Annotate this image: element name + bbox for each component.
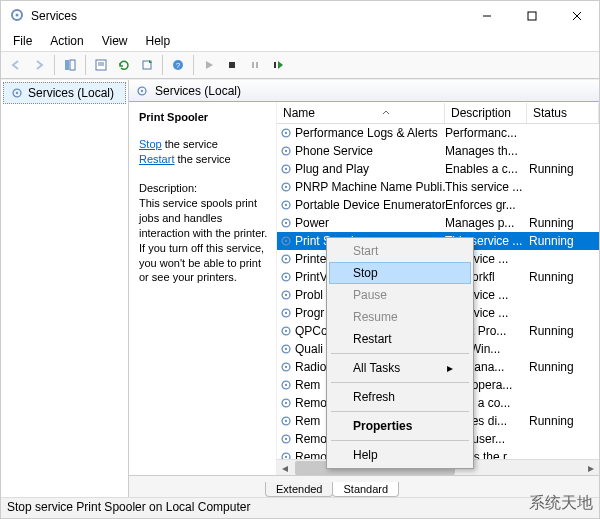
menu-view[interactable]: View [94, 32, 136, 50]
ctx-properties[interactable]: Properties [329, 415, 471, 437]
service-name: Remo [295, 396, 327, 410]
service-name: Plug and Play [295, 162, 369, 176]
restart-service-button[interactable] [267, 54, 289, 76]
toolbar-separator [193, 55, 194, 75]
menu-help[interactable]: Help [138, 32, 179, 50]
toolbar-separator [162, 55, 163, 75]
service-row[interactable]: Portable Device Enumerator...Enforces gr… [277, 196, 599, 214]
svg-point-23 [285, 132, 287, 134]
service-name: QPCo [295, 324, 328, 338]
svg-rect-7 [70, 60, 75, 70]
svg-point-25 [285, 150, 287, 152]
detail-stop-line: Stop the service [139, 137, 268, 152]
ctx-help[interactable]: Help [329, 444, 471, 466]
service-row[interactable]: PowerManages p...Running [277, 214, 599, 232]
forward-button [28, 54, 50, 76]
svg-rect-14 [229, 62, 235, 68]
svg-point-45 [285, 330, 287, 332]
svg-point-35 [285, 240, 287, 242]
ctx-refresh[interactable]: Refresh [329, 386, 471, 408]
svg-rect-15 [252, 62, 254, 68]
svg-rect-16 [256, 62, 258, 68]
ctx-start: Start [329, 240, 471, 262]
service-status: Running [527, 216, 599, 230]
stop-link[interactable]: Stop [139, 138, 162, 150]
service-name: Rem [295, 414, 320, 428]
view-tabs: Extended Standard [129, 475, 599, 497]
svg-point-59 [285, 456, 287, 458]
service-status: Running [527, 162, 599, 176]
tab-standard[interactable]: Standard [332, 482, 399, 497]
menu-file[interactable]: File [5, 32, 40, 50]
service-desc: Manages p... [445, 216, 527, 230]
service-status: Running [527, 270, 599, 284]
column-headers: Name Description Status [277, 102, 599, 124]
ctx-pause: Pause [329, 284, 471, 306]
ctx-separator [331, 353, 469, 354]
service-row[interactable]: Performance Logs & AlertsPerformanc... [277, 124, 599, 142]
detail-desc-text: This service spools print jobs and handl… [139, 196, 268, 285]
right-pane-title: Services (Local) [155, 84, 241, 98]
ctx-separator [331, 440, 469, 441]
window-title: Services [31, 9, 464, 23]
detail-service-name: Print Spooler [139, 110, 268, 125]
ctx-all-tasks[interactable]: All Tasks▸ [329, 357, 471, 379]
ctx-separator [331, 382, 469, 383]
scroll-right-icon[interactable]: ▸ [583, 461, 599, 475]
ctx-stop[interactable]: Stop [329, 262, 471, 284]
col-name[interactable]: Name [277, 103, 445, 123]
toolbar-separator [54, 55, 55, 75]
menu-action[interactable]: Action [42, 32, 91, 50]
col-status[interactable]: Status [527, 103, 599, 123]
restart-link[interactable]: Restart [139, 153, 174, 165]
ctx-restart[interactable]: Restart [329, 328, 471, 350]
col-description[interactable]: Description [445, 103, 527, 123]
service-status: Running [527, 234, 599, 248]
ctx-resume: Resume [329, 306, 471, 328]
svg-rect-3 [528, 12, 536, 20]
maximize-button[interactable] [509, 1, 554, 31]
properties-button[interactable] [90, 54, 112, 76]
services-window: Services File Action View Help ? Ser [0, 0, 600, 519]
close-button[interactable] [554, 1, 599, 31]
pause-service-button [244, 54, 266, 76]
service-row[interactable]: Phone ServiceManages th... [277, 142, 599, 160]
minimize-button[interactable] [464, 1, 509, 31]
toolbar: ? [1, 51, 599, 79]
ctx-separator [331, 411, 469, 412]
service-name: Probl [295, 288, 323, 302]
service-row[interactable]: Plug and PlayEnables a c...Running [277, 160, 599, 178]
svg-point-43 [285, 312, 287, 314]
svg-point-27 [285, 168, 287, 170]
service-desc: Performanc... [445, 126, 527, 140]
service-desc: Enables a c... [445, 162, 527, 176]
service-status: Running [527, 324, 599, 338]
export-button[interactable] [136, 54, 158, 76]
menubar: File Action View Help [1, 31, 599, 51]
show-hide-button[interactable] [59, 54, 81, 76]
svg-point-47 [285, 348, 287, 350]
svg-point-55 [285, 420, 287, 422]
tree-item-label: Services (Local) [28, 86, 114, 100]
svg-point-31 [285, 204, 287, 206]
svg-point-39 [285, 276, 287, 278]
service-name: Radio [295, 360, 326, 374]
detail-pane: Print Spooler Stop the service Restart t… [129, 102, 277, 475]
svg-point-57 [285, 438, 287, 440]
stop-service-button[interactable] [221, 54, 243, 76]
service-row[interactable]: PNRP Machine Name Publi...This service .… [277, 178, 599, 196]
svg-point-19 [16, 92, 18, 94]
help-button[interactable]: ? [167, 54, 189, 76]
svg-point-21 [141, 89, 143, 91]
submenu-arrow-icon: ▸ [447, 361, 453, 375]
service-name: Rem [295, 378, 320, 392]
tab-extended[interactable]: Extended [265, 482, 333, 497]
client-area: Services (Local) Services (Local) Print … [1, 79, 599, 497]
tree-item-services-local[interactable]: Services (Local) [3, 82, 126, 104]
toolbar-separator [85, 55, 86, 75]
svg-point-41 [285, 294, 287, 296]
refresh-button[interactable] [113, 54, 135, 76]
service-desc: Enforces gr... [445, 198, 527, 212]
scroll-left-icon[interactable]: ◂ [277, 461, 293, 475]
statusbar: Stop service Print Spooler on Local Comp… [1, 497, 599, 518]
